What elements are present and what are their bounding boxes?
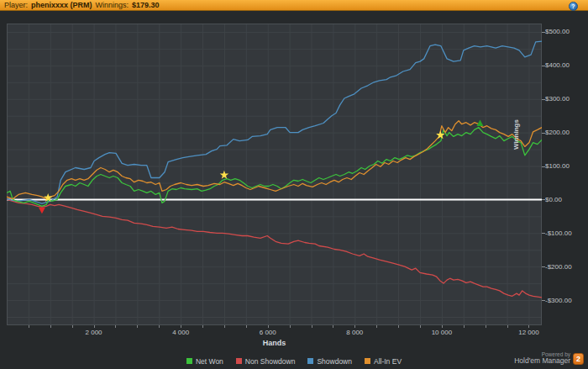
x-tick-mark bbox=[312, 325, 312, 328]
series-line-non-showdown bbox=[7, 199, 542, 298]
x-tick-mark bbox=[442, 325, 443, 328]
x-tick-mark bbox=[486, 325, 486, 328]
y-tick-mark bbox=[542, 99, 545, 100]
y-tick-label: $200.00 bbox=[545, 129, 570, 136]
y-tick-label: $300.00 bbox=[545, 95, 570, 103]
y-tick-mark bbox=[542, 266, 545, 267]
winnings-chart[interactable] bbox=[7, 24, 542, 325]
x-axis-title: Hands bbox=[7, 339, 542, 347]
x-tick-label: 10 000 bbox=[423, 329, 460, 336]
winnings-label: Winnings: bbox=[96, 1, 129, 9]
x-tick-mark bbox=[376, 325, 377, 328]
triangle-up-marker bbox=[476, 119, 483, 126]
x-tick-mark bbox=[72, 325, 73, 328]
x-tick-mark bbox=[333, 325, 333, 328]
x-tick-mark bbox=[137, 325, 138, 328]
plot-border bbox=[8, 24, 542, 325]
x-tick-mark bbox=[224, 325, 225, 328]
legend-label: Non Showdown bbox=[245, 357, 296, 366]
y-tick-mark bbox=[542, 166, 545, 167]
x-tick-mark bbox=[246, 325, 247, 328]
legend-swatch bbox=[236, 358, 242, 364]
title-bar: Player: phenixxxx (PRM) Winnings: $179.3… bbox=[0, 0, 588, 11]
x-tick-mark bbox=[94, 325, 95, 328]
series-line-all-in-ev bbox=[7, 121, 542, 199]
y-tick-label: $100.00 bbox=[545, 162, 570, 170]
chart-plot[interactable] bbox=[7, 24, 542, 325]
player-label: Player: bbox=[4, 1, 28, 9]
x-tick-mark bbox=[202, 325, 203, 328]
y-tick-mark bbox=[542, 133, 545, 134]
x-tick-label: 8 000 bbox=[336, 329, 373, 336]
y-tick-mark bbox=[542, 300, 545, 301]
chart-legend: Net WonNon ShowdownShowdownAll-In EV bbox=[0, 356, 588, 366]
legend-label: Showdown bbox=[317, 357, 352, 366]
player-name: phenixxxx (PRM) bbox=[31, 1, 92, 9]
x-tick-mark bbox=[528, 325, 529, 328]
y-tick-mark bbox=[542, 233, 545, 234]
x-tick-mark bbox=[290, 325, 291, 328]
y-tick-mark bbox=[542, 66, 545, 66]
legend-item-showdown[interactable]: Showdown bbox=[307, 357, 352, 366]
y-axis-title: Winnings bbox=[512, 76, 520, 193]
triangle-down-marker bbox=[39, 208, 45, 214]
x-tick-mark bbox=[420, 325, 421, 328]
y-tick-label: -$200.00 bbox=[545, 263, 572, 271]
y-tick-label: $500.00 bbox=[545, 28, 570, 35]
x-tick-label: 4 000 bbox=[162, 329, 199, 336]
series-line-net-won bbox=[7, 128, 542, 207]
legend-item-non-showdown[interactable]: Non Showdown bbox=[236, 357, 296, 366]
app-name: Hold'em Manager bbox=[514, 357, 570, 365]
x-tick-label: 2 000 bbox=[76, 329, 113, 336]
help-icon[interactable]: ? bbox=[569, 2, 578, 11]
y-tick-label: $0.00 bbox=[545, 196, 562, 203]
legend-label: Net Won bbox=[196, 357, 223, 366]
y-tick-mark bbox=[542, 32, 545, 33]
winnings-value: $179.30 bbox=[132, 1, 160, 9]
legend-swatch bbox=[365, 358, 370, 364]
legend-swatch bbox=[186, 358, 192, 364]
x-tick-mark bbox=[50, 325, 51, 328]
y-tick-label: -$100.00 bbox=[545, 229, 572, 237]
y-tick-mark bbox=[542, 199, 545, 200]
y-tick-label: $400.00 bbox=[545, 61, 570, 69]
x-tick-mark bbox=[398, 325, 399, 328]
x-tick-mark bbox=[354, 325, 355, 328]
legend-label: All-In EV bbox=[374, 357, 402, 366]
x-tick-mark bbox=[159, 325, 160, 328]
legend-item-all-in-ev[interactable]: All-In EV bbox=[365, 357, 402, 366]
legend-swatch bbox=[307, 358, 313, 364]
x-tick-mark bbox=[268, 325, 269, 328]
x-tick-mark bbox=[464, 325, 465, 328]
x-tick-label: 12 000 bbox=[510, 329, 547, 336]
legend-item-net-won[interactable]: Net Won bbox=[186, 357, 223, 366]
x-tick-mark bbox=[507, 325, 508, 328]
y-tick-label: -$300.00 bbox=[545, 297, 572, 304]
x-tick-mark bbox=[29, 325, 29, 328]
x-tick-mark bbox=[181, 325, 181, 328]
x-tick-mark bbox=[115, 325, 116, 328]
powered-by: Powered by Hold'em Manager 2 bbox=[514, 351, 584, 365]
app-badge-icon: 2 bbox=[573, 353, 584, 365]
x-tick-label: 6 000 bbox=[249, 329, 286, 336]
